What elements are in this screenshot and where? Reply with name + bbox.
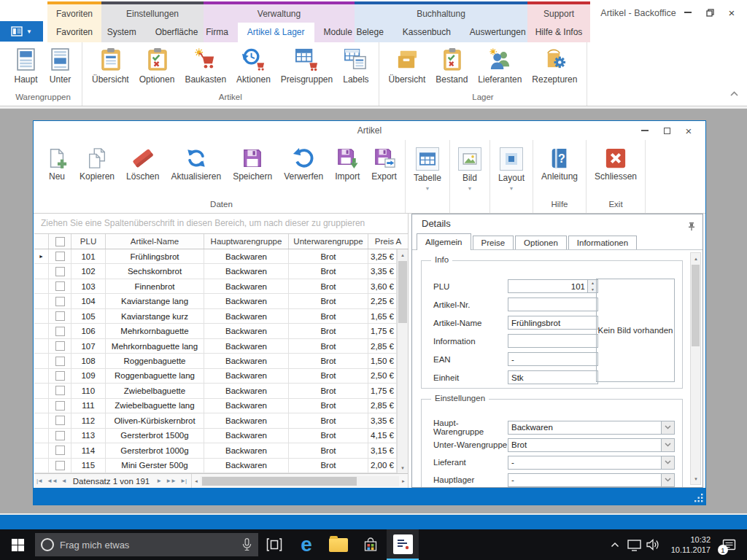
- row-checkbox[interactable]: [49, 384, 71, 397]
- grid-horizontal-scrollbar[interactable]: ◄ ►: [191, 474, 408, 488]
- cell-hauptwarengruppe[interactable]: Backwaren: [204, 384, 289, 397]
- cell-hauptwarengruppe[interactable]: Backwaren: [204, 413, 289, 427]
- chevron-down-icon[interactable]: [661, 439, 674, 451]
- tab-belege[interactable]: Belege: [347, 23, 392, 42]
- uebersicht-lager-button[interactable]: Übersicht: [384, 46, 431, 86]
- cell-preis[interactable]: 1,65 €: [368, 309, 397, 323]
- header-checkbox[interactable]: [49, 234, 71, 249]
- row-checkbox[interactable]: [49, 279, 71, 293]
- minimize-button[interactable]: [634, 121, 656, 140]
- table-row[interactable]: 104Kaviarstange langBackwarenBrot2,25 €: [34, 294, 397, 308]
- tab-favoriten[interactable]: Favoriten: [47, 23, 102, 42]
- header-artikel-name[interactable]: Artikel-Name: [106, 234, 204, 249]
- cell-hauptwarengruppe[interactable]: Backwaren: [204, 459, 289, 472]
- resize-grip-icon[interactable]: [694, 494, 703, 502]
- cell-preis[interactable]: 2,85 €: [368, 399, 397, 413]
- nav-next-page-button[interactable]: ►►: [163, 478, 178, 484]
- cell-unterwarengruppe[interactable]: Brot: [289, 249, 368, 263]
- tab-system[interactable]: System: [98, 23, 146, 42]
- export-button[interactable]: Export: [365, 147, 403, 182]
- table-row[interactable]: 106MehrkornbaguetteBackwarenBrot1,75 €: [34, 324, 397, 338]
- cell-preis[interactable]: 2,00 €: [368, 459, 397, 472]
- table-row[interactable]: 103FinnenbrotBackwarenBrot3,60 €: [34, 279, 397, 294]
- cell-unterwarengruppe[interactable]: Brot: [289, 413, 368, 427]
- scrollbar-track[interactable]: [201, 476, 399, 486]
- cell-hauptwarengruppe[interactable]: Backwaren: [204, 443, 289, 457]
- tab-firma[interactable]: Firma: [196, 23, 238, 42]
- cell-hauptwarengruppe[interactable]: Backwaren: [204, 279, 289, 293]
- cell-unterwarengruppe[interactable]: Brot: [289, 443, 368, 457]
- scroll-left-icon[interactable]: ◄: [192, 479, 201, 483]
- tabelle-button[interactable]: Tabelle ▼: [408, 147, 447, 192]
- nav-prev-button[interactable]: ◄: [59, 478, 69, 484]
- cell-hauptwarengruppe[interactable]: Backwaren: [204, 339, 289, 353]
- cell-unterwarengruppe[interactable]: Brot: [289, 294, 368, 308]
- hauptlager-select[interactable]: -: [508, 473, 675, 487]
- cell-plu[interactable]: 107: [71, 339, 106, 353]
- anleitung-button[interactable]: ? Anleitung: [535, 147, 584, 182]
- cell-plu[interactable]: 112: [71, 413, 106, 427]
- maximize-button[interactable]: [656, 121, 678, 140]
- cell-artikel-name[interactable]: Finnenbrot: [106, 279, 204, 293]
- cortana-search-box[interactable]: Frag mich etwas: [35, 533, 258, 556]
- table-row[interactable]: 111Zwiebelbaguette langBackwarenBrot2,85…: [34, 399, 397, 413]
- table-row[interactable]: 107Mehrkornbaguette langBackwarenBrot2,8…: [34, 339, 397, 354]
- baukasten-button[interactable]: Baukasten: [179, 46, 231, 86]
- nav-next-button[interactable]: ►: [154, 478, 163, 484]
- artikel-window-titlebar[interactable]: Artikel ×: [34, 121, 705, 140]
- cell-unterwarengruppe[interactable]: Brot: [289, 279, 368, 293]
- loeschen-button[interactable]: Löschen: [120, 147, 165, 182]
- cell-preis[interactable]: 1,50 €: [368, 354, 397, 368]
- table-row[interactable]: 113Gersterbrot 1500gBackwarenBrot4,15 €: [34, 429, 397, 443]
- plu-field[interactable]: 101 ▲▼: [508, 279, 598, 293]
- aktionen-button[interactable]: Aktionen: [231, 46, 276, 86]
- schliessen-button[interactable]: Schliessen: [589, 147, 643, 182]
- close-button[interactable]: ×: [721, 4, 743, 20]
- cell-plu[interactable]: 101: [71, 249, 106, 263]
- tab-hilfe-infos[interactable]: Hilfe & Infos: [526, 23, 592, 42]
- row-checkbox[interactable]: [49, 264, 71, 278]
- cell-unterwarengruppe[interactable]: Brot: [289, 354, 368, 368]
- row-checkbox[interactable]: [49, 443, 71, 457]
- row-checkbox[interactable]: [49, 354, 71, 368]
- category-label[interactable]: Einstellungen: [101, 4, 204, 23]
- nav-prev-page-button[interactable]: ◄◄: [44, 478, 59, 484]
- cell-preis[interactable]: 2,85 €: [368, 339, 397, 353]
- scrollbar-thumb[interactable]: [398, 261, 407, 323]
- cell-preis[interactable]: 3,35 €: [368, 413, 397, 427]
- cell-plu[interactable]: 106: [71, 324, 106, 338]
- haupt-warengruppe-select[interactable]: Backwaren: [508, 421, 675, 435]
- microphone-icon[interactable]: [241, 537, 252, 552]
- cell-unterwarengruppe[interactable]: Brot: [289, 369, 368, 383]
- optionen-button[interactable]: Optionen: [134, 46, 180, 86]
- cell-artikel-name[interactable]: Roggenbaguette lang: [106, 369, 204, 383]
- cell-preis[interactable]: 2,50 €: [368, 369, 397, 383]
- scroll-down-icon[interactable]: ▼: [398, 462, 408, 473]
- nav-last-button[interactable]: ►|: [178, 478, 188, 484]
- category-label[interactable]: Support: [527, 4, 590, 23]
- cell-hauptwarengruppe[interactable]: Backwaren: [204, 354, 289, 368]
- file-explorer-button[interactable]: [322, 529, 355, 560]
- cell-plu[interactable]: 113: [71, 429, 106, 443]
- cell-artikel-name[interactable]: Zwiebelbaguette lang: [106, 399, 204, 413]
- network-button[interactable]: [624, 529, 643, 560]
- row-checkbox[interactable]: [49, 324, 71, 338]
- lieferanten-button[interactable]: Lieferanten: [473, 46, 527, 86]
- lieferant-select[interactable]: -: [508, 456, 675, 470]
- row-checkbox[interactable]: [49, 309, 71, 323]
- scroll-up-icon[interactable]: ▲: [691, 253, 701, 264]
- minimize-button[interactable]: [677, 4, 699, 20]
- table-row[interactable]: 114Gersterbrot 1000gBackwarenBrot3,15 €: [34, 443, 397, 458]
- cell-plu[interactable]: 108: [71, 354, 106, 368]
- cell-preis[interactable]: 3,15 €: [368, 443, 397, 457]
- cell-preis[interactable]: 3,25 €: [368, 249, 397, 263]
- cell-artikel-name[interactable]: Mini Gerster 500g: [106, 459, 204, 472]
- header-hauptwarengruppe[interactable]: Hauptwarengruppe: [204, 234, 289, 249]
- header-preis-a[interactable]: Preis A: [368, 234, 409, 249]
- category-label[interactable]: Favoriten: [47, 4, 101, 23]
- cell-plu[interactable]: 115: [71, 459, 106, 472]
- backoffice-app-button[interactable]: [387, 529, 419, 560]
- header-plu[interactable]: PLU: [71, 234, 106, 249]
- start-button[interactable]: [0, 529, 35, 560]
- cell-artikel-name[interactable]: Zwiebelbaguette: [106, 384, 204, 397]
